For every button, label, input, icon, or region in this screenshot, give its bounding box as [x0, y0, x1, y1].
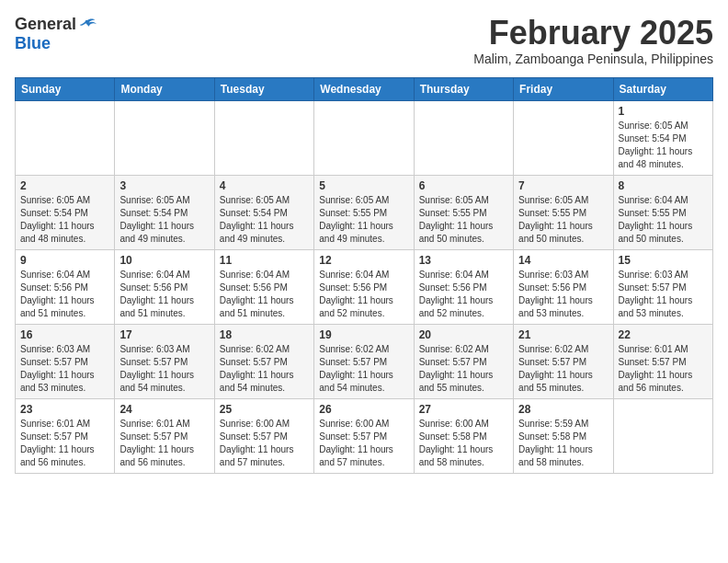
- day-info: Sunrise: 6:02 AM Sunset: 5:57 PM Dayligh…: [319, 343, 408, 395]
- day-number: 26: [319, 403, 408, 416]
- day-info: Sunrise: 6:04 AM Sunset: 5:56 PM Dayligh…: [419, 269, 508, 320]
- calendar-cell: 1Sunrise: 6:05 AM Sunset: 5:54 PM Daylig…: [613, 100, 712, 175]
- day-info: Sunrise: 6:00 AM Sunset: 5:57 PM Dayligh…: [220, 418, 309, 469]
- calendar-cell: 17Sunrise: 6:03 AM Sunset: 5:57 PM Dayli…: [115, 324, 214, 398]
- day-info: Sunrise: 6:03 AM Sunset: 5:56 PM Dayligh…: [518, 269, 608, 320]
- weekday-header-wednesday: Wednesday: [314, 77, 414, 100]
- day-number: 13: [419, 254, 508, 267]
- day-info: Sunrise: 6:03 AM Sunset: 5:57 PM Dayligh…: [20, 343, 109, 395]
- calendar-cell: [514, 100, 613, 175]
- calendar-cell: 10Sunrise: 6:04 AM Sunset: 5:56 PM Dayli…: [115, 249, 214, 324]
- day-info: Sunrise: 6:01 AM Sunset: 5:57 PM Dayligh…: [20, 418, 109, 469]
- day-number: 1: [619, 105, 708, 118]
- day-info: Sunrise: 5:59 AM Sunset: 5:58 PM Dayligh…: [518, 418, 608, 469]
- day-number: 22: [619, 328, 708, 341]
- calendar-cell: 2Sunrise: 6:05 AM Sunset: 5:54 PM Daylig…: [16, 175, 115, 249]
- calendar-week-row: 23Sunrise: 6:01 AM Sunset: 5:57 PM Dayli…: [16, 398, 713, 473]
- day-info: Sunrise: 6:05 AM Sunset: 5:55 PM Dayligh…: [419, 194, 508, 246]
- weekday-header-row: SundayMondayTuesdayWednesdayThursdayFrid…: [16, 77, 713, 100]
- day-number: 21: [518, 328, 608, 341]
- day-info: Sunrise: 6:05 AM Sunset: 5:54 PM Dayligh…: [119, 194, 209, 246]
- weekday-header-thursday: Thursday: [414, 77, 513, 100]
- day-number: 27: [419, 403, 508, 416]
- calendar-cell: [613, 398, 712, 473]
- day-info: Sunrise: 6:04 AM Sunset: 5:56 PM Dayligh…: [119, 269, 209, 320]
- logo-blue-text: Blue: [15, 34, 51, 53]
- calendar-cell: 7Sunrise: 6:05 AM Sunset: 5:55 PM Daylig…: [514, 175, 613, 249]
- day-number: 5: [319, 179, 408, 192]
- day-number: 16: [20, 328, 109, 341]
- day-number: 15: [619, 254, 708, 267]
- day-number: 28: [518, 403, 608, 416]
- calendar-cell: 23Sunrise: 6:01 AM Sunset: 5:57 PM Dayli…: [16, 398, 115, 473]
- calendar-cell: 13Sunrise: 6:04 AM Sunset: 5:56 PM Dayli…: [414, 249, 513, 324]
- day-info: Sunrise: 6:02 AM Sunset: 5:57 PM Dayligh…: [518, 343, 608, 395]
- day-number: 19: [319, 328, 408, 341]
- day-info: Sunrise: 6:02 AM Sunset: 5:57 PM Dayligh…: [220, 343, 309, 395]
- calendar-cell: 14Sunrise: 6:03 AM Sunset: 5:56 PM Dayli…: [514, 249, 613, 324]
- day-info: Sunrise: 6:05 AM Sunset: 5:54 PM Dayligh…: [220, 194, 309, 246]
- calendar-cell: [414, 100, 513, 175]
- day-number: 7: [518, 179, 608, 192]
- day-info: Sunrise: 6:03 AM Sunset: 5:57 PM Dayligh…: [119, 343, 209, 395]
- weekday-header-friday: Friday: [514, 77, 613, 100]
- day-info: Sunrise: 6:00 AM Sunset: 5:58 PM Dayligh…: [419, 418, 508, 469]
- calendar-cell: 21Sunrise: 6:02 AM Sunset: 5:57 PM Dayli…: [514, 324, 613, 398]
- logo-bird-icon: [78, 16, 97, 34]
- calendar-cell: 16Sunrise: 6:03 AM Sunset: 5:57 PM Dayli…: [16, 324, 115, 398]
- day-info: Sunrise: 6:05 AM Sunset: 5:54 PM Dayligh…: [20, 194, 109, 246]
- day-number: 2: [20, 179, 109, 192]
- day-info: Sunrise: 6:05 AM Sunset: 5:55 PM Dayligh…: [518, 194, 608, 246]
- calendar-cell: 27Sunrise: 6:00 AM Sunset: 5:58 PM Dayli…: [414, 398, 513, 473]
- calendar-cell: 19Sunrise: 6:02 AM Sunset: 5:57 PM Dayli…: [314, 324, 414, 398]
- day-number: 11: [220, 254, 309, 267]
- day-number: 9: [20, 254, 109, 267]
- calendar-cell: [314, 100, 414, 175]
- day-info: Sunrise: 6:05 AM Sunset: 5:55 PM Dayligh…: [319, 194, 408, 246]
- calendar-week-row: 2Sunrise: 6:05 AM Sunset: 5:54 PM Daylig…: [16, 175, 713, 249]
- calendar-cell: [16, 100, 115, 175]
- logo-general-text: General: [15, 15, 76, 34]
- day-number: 4: [220, 179, 309, 192]
- calendar-week-row: 16Sunrise: 6:03 AM Sunset: 5:57 PM Dayli…: [16, 324, 713, 398]
- calendar-table: SundayMondayTuesdayWednesdayThursdayFrid…: [15, 77, 713, 474]
- day-info: Sunrise: 6:04 AM Sunset: 5:56 PM Dayligh…: [220, 269, 309, 320]
- day-info: Sunrise: 6:05 AM Sunset: 5:54 PM Dayligh…: [619, 120, 708, 171]
- calendar-cell: 3Sunrise: 6:05 AM Sunset: 5:54 PM Daylig…: [115, 175, 214, 249]
- calendar-cell: 24Sunrise: 6:01 AM Sunset: 5:57 PM Dayli…: [115, 398, 214, 473]
- day-number: 17: [119, 328, 209, 341]
- day-info: Sunrise: 6:04 AM Sunset: 5:56 PM Dayligh…: [20, 269, 109, 320]
- day-number: 12: [319, 254, 408, 267]
- calendar-week-row: 9Sunrise: 6:04 AM Sunset: 5:56 PM Daylig…: [16, 249, 713, 324]
- calendar-cell: 15Sunrise: 6:03 AM Sunset: 5:57 PM Dayli…: [613, 249, 712, 324]
- calendar-cell: 11Sunrise: 6:04 AM Sunset: 5:56 PM Dayli…: [214, 249, 313, 324]
- day-number: 6: [419, 179, 508, 192]
- title-section: February 2025 Malim, Zamboanga Peninsula…: [473, 15, 713, 66]
- day-number: 14: [518, 254, 608, 267]
- month-title: February 2025: [473, 15, 713, 52]
- calendar-cell: [214, 100, 313, 175]
- calendar-cell: 18Sunrise: 6:02 AM Sunset: 5:57 PM Dayli…: [214, 324, 313, 398]
- weekday-header-sunday: Sunday: [16, 77, 115, 100]
- calendar-cell: 28Sunrise: 5:59 AM Sunset: 5:58 PM Dayli…: [514, 398, 613, 473]
- day-number: 8: [619, 179, 708, 192]
- day-info: Sunrise: 6:01 AM Sunset: 5:57 PM Dayligh…: [119, 418, 209, 469]
- calendar-week-row: 1Sunrise: 6:05 AM Sunset: 5:54 PM Daylig…: [16, 100, 713, 175]
- day-info: Sunrise: 6:04 AM Sunset: 5:56 PM Dayligh…: [319, 269, 408, 320]
- page-header: General Blue February 2025 Malim, Zamboa…: [15, 15, 713, 66]
- day-info: Sunrise: 6:04 AM Sunset: 5:55 PM Dayligh…: [619, 194, 708, 246]
- day-info: Sunrise: 6:00 AM Sunset: 5:57 PM Dayligh…: [319, 418, 408, 469]
- calendar-cell: [115, 100, 214, 175]
- day-info: Sunrise: 6:01 AM Sunset: 5:57 PM Dayligh…: [619, 343, 708, 395]
- calendar-cell: 26Sunrise: 6:00 AM Sunset: 5:57 PM Dayli…: [314, 398, 414, 473]
- day-number: 18: [220, 328, 309, 341]
- calendar-cell: 4Sunrise: 6:05 AM Sunset: 5:54 PM Daylig…: [214, 175, 313, 249]
- calendar-cell: 12Sunrise: 6:04 AM Sunset: 5:56 PM Dayli…: [314, 249, 414, 324]
- calendar-cell: 9Sunrise: 6:04 AM Sunset: 5:56 PM Daylig…: [16, 249, 115, 324]
- calendar-cell: 20Sunrise: 6:02 AM Sunset: 5:57 PM Dayli…: [414, 324, 513, 398]
- calendar-cell: 5Sunrise: 6:05 AM Sunset: 5:55 PM Daylig…: [314, 175, 414, 249]
- calendar-cell: 22Sunrise: 6:01 AM Sunset: 5:57 PM Dayli…: [613, 324, 712, 398]
- location-subtitle: Malim, Zamboanga Peninsula, Philippines: [473, 52, 713, 66]
- day-info: Sunrise: 6:02 AM Sunset: 5:57 PM Dayligh…: [419, 343, 508, 395]
- weekday-header-tuesday: Tuesday: [214, 77, 313, 100]
